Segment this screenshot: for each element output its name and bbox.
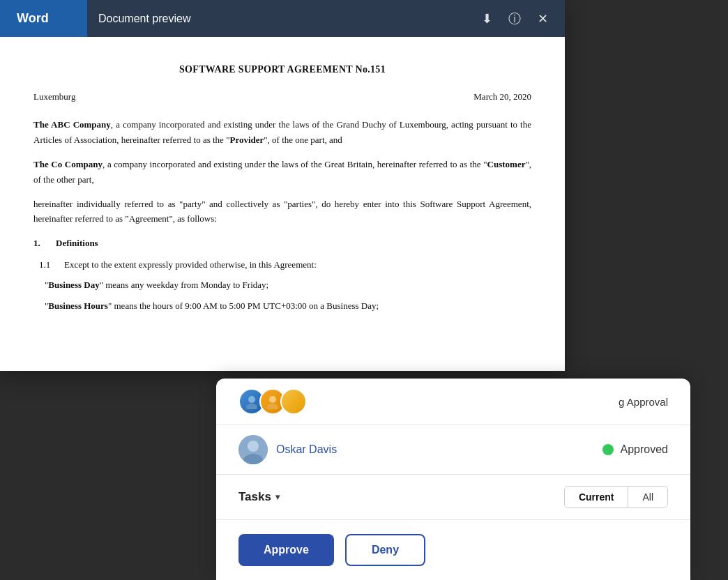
document-title: SOFTWARE SUPPORT AGREEMENT No.151 — [33, 62, 531, 77]
definition-business-hours: "Business Hours" means the hours of 9:00… — [33, 298, 531, 313]
document-para-2: The Co Company, a company incorporated a… — [33, 157, 531, 187]
current-toggle-button[interactable]: Current — [565, 487, 629, 508]
subsection-1-1-num: 1.1 — [39, 258, 59, 273]
svg-point-0 — [248, 396, 255, 403]
deny-button[interactable]: Deny — [345, 534, 425, 566]
svg-point-5 — [248, 441, 259, 452]
tasks-toggle: Current All — [564, 486, 668, 508]
approval-pending-text: g Approval — [307, 396, 668, 408]
tasks-label[interactable]: Tasks ▾ — [238, 490, 280, 504]
tasks-chevron-icon: ▾ — [275, 492, 280, 502]
approver-name: Oskar Davis — [276, 443, 337, 456]
document-paper: SOFTWARE SUPPORT AGREEMENT No.151 Luxemb… — [0, 37, 565, 371]
close-icon[interactable] — [534, 10, 551, 27]
section-1-title: Definitions — [56, 236, 98, 251]
document-section-1: 1. Definitions — [33, 236, 531, 251]
approved-status: Approved — [602, 443, 669, 456]
oskar-avatar — [238, 435, 268, 464]
tasks-row: Tasks ▾ Current All — [216, 475, 690, 520]
all-toggle-button[interactable]: All — [628, 487, 667, 508]
document-content: SOFTWARE SUPPORT AGREEMENT No.151 Luxemb… — [0, 37, 565, 371]
approve-button[interactable]: Approve — [238, 534, 334, 566]
info-icon[interactable] — [506, 10, 523, 27]
document-para-3: hereinafter individually referred to as … — [33, 197, 531, 227]
document-header-row: Luxemburg March 20, 2020 — [33, 90, 531, 105]
document-preview-window: Word Document preview SOFTWARE SUPPORT A… — [0, 0, 565, 371]
subsection-1-1-text: Except to the extent expressly provided … — [64, 258, 317, 273]
definition-business-day: "Business Day" means any weekday from Mo… — [33, 277, 531, 292]
section-1-num: 1. — [33, 236, 50, 251]
titlebar-icons — [478, 10, 565, 27]
document-para-1: The ABC Company, a company incorporated … — [33, 117, 531, 147]
approved-dot — [602, 444, 614, 455]
svg-point-2 — [269, 396, 276, 403]
bottom-panel: g Approval Oskar Davis Approved Tasks ▾ … — [216, 379, 690, 580]
tasks-text: Tasks — [238, 490, 271, 504]
download-icon[interactable] — [478, 10, 495, 27]
document-location: Luxemburg — [33, 90, 75, 105]
titlebar: Word Document preview — [0, 0, 565, 37]
document-subsection-1-1: 1.1 Except to the extent expressly provi… — [33, 258, 531, 273]
action-buttons-row: Approve Deny — [216, 520, 690, 580]
approved-text: Approved — [621, 443, 669, 456]
word-badge: Word — [0, 0, 87, 37]
avatar-3 — [280, 388, 307, 415]
pending-label: g Approval — [619, 396, 668, 408]
approved-row: Oskar Davis Approved — [216, 425, 690, 475]
svg-point-3 — [267, 404, 278, 409]
svg-point-1 — [246, 404, 257, 409]
approval-avatars — [238, 388, 307, 415]
document-date: March 20, 2020 — [473, 90, 531, 105]
approval-avatars-row: g Approval — [216, 379, 690, 425]
preview-title: Document preview — [87, 13, 478, 25]
